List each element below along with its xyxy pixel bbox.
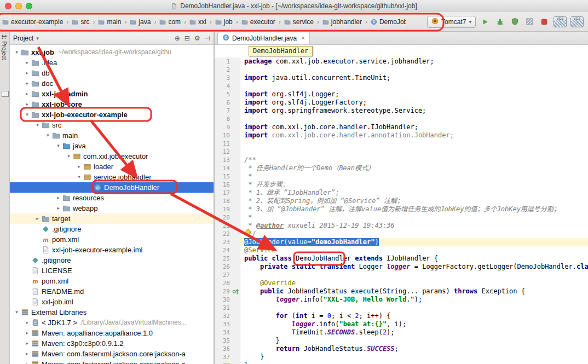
line-number[interactable]: 16 <box>215 181 233 189</box>
line-number[interactable]: 19 <box>215 205 233 213</box>
chevron-collapsed-icon[interactable]: ▸ <box>24 359 31 364</box>
line-number[interactable]: 27 <box>215 271 233 279</box>
zoom-window-button[interactable] <box>26 3 32 9</box>
line-number[interactable]: 38 <box>215 361 233 364</box>
tree-item-webapp[interactable]: ▸webapp <box>10 203 214 213</box>
code-line-27[interactable]: 27 <box>215 271 588 279</box>
line-number[interactable]: 37 <box>215 353 233 361</box>
breadcrumb-item-com[interactable]: com <box>158 17 182 27</box>
tab-demojobhandler[interactable]: C DemoJobHandler.java × <box>217 32 310 44</box>
breadcrumb-item-jobhandler[interactable]: jobhandler <box>321 17 363 27</box>
code-line-32[interactable]: 32 for (int i = 0; i < 2; i++) { <box>215 312 588 320</box>
code-line-35[interactable]: 35 } <box>215 337 588 345</box>
chevron-collapsed-icon[interactable]: ▸ <box>24 328 31 338</box>
code-line-22[interactable]: 22 */ <box>215 230 588 238</box>
code-line-24[interactable]: 24@Service <box>215 246 588 255</box>
code-line-19[interactable]: 19 * 3、加 “@JobHander” 注解，注解value值为新增任务生成… <box>215 205 588 213</box>
code-line-23[interactable]: 23@JobHander(value="demoJobHandler") <box>215 238 588 246</box>
line-number[interactable]: 15 <box>215 172 233 181</box>
breadcrumb-item-service[interactable]: service <box>283 17 315 27</box>
line-number[interactable]: 29 <box>215 287 233 296</box>
code-line-14[interactable]: 14 * 任务Handler的一个Demo（Bean模式） <box>215 164 588 172</box>
tree-item-pom-xml[interactable]: mpom.xml <box>10 276 214 286</box>
chevron-expanded-icon[interactable]: ▾ <box>76 172 83 182</box>
tree-item-doc[interactable]: ▸doc <box>10 78 214 89</box>
tree-item--idea[interactable]: ▸.idea <box>10 57 214 68</box>
chevron-expanded-icon[interactable]: ▾ <box>24 109 31 120</box>
line-number[interactable]: 13 <box>215 156 233 164</box>
line-number[interactable]: 26 <box>215 263 233 271</box>
code-line-26[interactable]: 26 private static transient Logger logge… <box>215 263 588 271</box>
chevron-expanded-icon[interactable]: ▾ <box>13 307 20 317</box>
code-line-8[interactable]: 8 <box>215 115 588 123</box>
line-number[interactable]: 7 <box>215 107 233 115</box>
minimize-window-button[interactable] <box>15 3 22 9</box>
hide-panel-icon[interactable]: ⊣ <box>205 34 210 42</box>
breadcrumb-item-src[interactable]: src <box>71 17 90 27</box>
code-line-28[interactable]: 28 @Override <box>215 279 588 287</box>
project-panel-title[interactable]: Project <box>13 34 33 42</box>
code-line-37[interactable]: 37 } <box>215 353 588 361</box>
chevron-collapsed-icon[interactable]: ▸ <box>24 89 31 99</box>
vcs-update-button[interactable]: VCS ↓ <box>554 16 567 27</box>
code-line-1[interactable]: 1package com.xxl.job.executor.service.jo… <box>215 57 588 66</box>
code-line-3[interactable]: 3import java.util.concurrent.TimeUnit; <box>215 74 588 82</box>
tree-item--gitignore[interactable]: .gitignore <box>10 224 214 234</box>
run-button[interactable] <box>480 16 491 27</box>
line-number[interactable]: 11 <box>215 140 233 148</box>
chevron-collapsed-icon[interactable]: ▸ <box>24 57 31 68</box>
tree-item--gitignore[interactable]: .gitignore <box>10 255 214 265</box>
line-number[interactable]: 12 <box>215 148 233 156</box>
tree-item-com-xxl-job-executor[interactable]: ▾com.xxl.job.executor <box>10 151 214 161</box>
code-line-25[interactable]: 25public class DemoJobHandler extends IJ… <box>215 255 588 263</box>
code-line-20[interactable]: 20 * <box>215 213 588 222</box>
breadcrumb-item-main[interactable]: main <box>97 17 122 27</box>
tree-item-xxl-job-executor-example[interactable]: ▾xxl-job-executor-example <box>10 109 214 120</box>
code-line-17[interactable]: 17 * 1、继承 “IJobHandler”； <box>215 189 588 197</box>
chevron-expanded-icon[interactable]: ▾ <box>34 120 41 130</box>
line-number[interactable]: 6 <box>215 99 233 107</box>
line-number[interactable]: 8 <box>215 115 233 123</box>
close-tab-icon[interactable]: × <box>301 34 305 42</box>
code-line-21[interactable]: 21 * @author xuxueli 2015-12-19 19:43:36 <box>215 222 588 230</box>
line-number[interactable]: 33 <box>215 320 233 328</box>
chevron-expanded-icon[interactable]: ▾ <box>13 47 20 57</box>
chevron-expanded-icon[interactable]: ▾ <box>65 151 72 161</box>
line-number[interactable]: 5 <box>215 90 233 99</box>
tree-item--jdk1-7-[interactable]: ▸< JDK1.7 >/Library/Java/JavaVirtualMach… <box>10 317 214 328</box>
tree-item-readme-md[interactable]: README.md <box>10 286 214 297</box>
debug-button[interactable] <box>494 16 505 27</box>
code-line-31[interactable]: 31 <box>215 304 588 312</box>
line-number[interactable]: 22 <box>215 230 233 238</box>
stop-button[interactable] <box>539 16 550 27</box>
jobhandler-tag[interactable]: DemoJobHandler <box>249 46 313 56</box>
code-line-38[interactable]: 38} <box>215 361 588 364</box>
breadcrumb-item-xxl[interactable]: xxl <box>188 17 207 27</box>
chevron-collapsed-icon[interactable]: ▸ <box>24 349 31 359</box>
tree-item-java[interactable]: ▾java <box>10 141 214 151</box>
chevron-expanded-icon[interactable]: ▾ <box>44 130 51 141</box>
chevron-collapsed-icon[interactable]: ▸ <box>34 213 41 224</box>
line-number[interactable]: 24 <box>215 246 233 255</box>
tree-item-db[interactable]: ▸db <box>10 68 214 78</box>
chevron-collapsed-icon[interactable]: ▸ <box>55 193 62 203</box>
tool-window-icon[interactable] <box>2 91 9 97</box>
breadcrumb-item-executor-example[interactable]: executor-example <box>1 17 64 27</box>
tree-item-target[interactable]: ▸target <box>10 213 214 224</box>
code-line-34[interactable]: 34 TimeUnit.SECONDS.sleep(2); <box>215 328 588 337</box>
line-number[interactable]: 21 <box>215 222 233 230</box>
line-number[interactable]: 25 <box>215 255 233 263</box>
tree-item-license[interactable]: LICENSE <box>10 265 214 276</box>
close-window-button[interactable] <box>5 3 11 9</box>
override-marker-icon[interactable] <box>233 287 240 296</box>
tree-item-external-libraries[interactable]: ▾External Libraries <box>10 307 214 317</box>
code-line-11[interactable]: 11 <box>215 140 588 148</box>
locate-icon[interactable]: ⊕ <box>175 34 180 42</box>
tree-item-xxl-job-iml[interactable]: xxl-job.iml <box>10 297 214 307</box>
breadcrumb-item-demojobhandler[interactable]: CDemoJobHandler <box>370 17 406 27</box>
code-line-30[interactable]: 30 logger.info("XXL-JOB, Hello World."); <box>215 296 588 304</box>
line-number[interactable]: 3 <box>215 74 233 82</box>
line-number[interactable]: 31 <box>215 304 233 312</box>
code-line-2[interactable]: 2 <box>215 66 588 74</box>
project-tool-window-button[interactable]: 1: Project <box>1 34 8 60</box>
